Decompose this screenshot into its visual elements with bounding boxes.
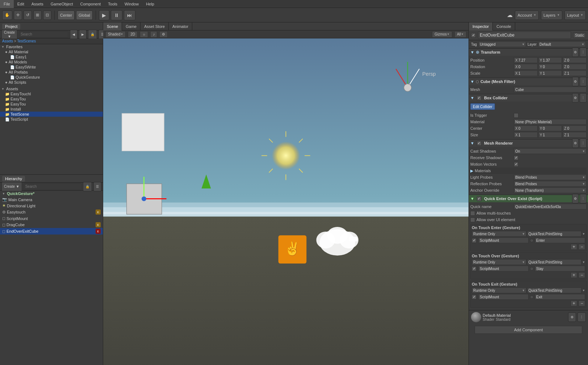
light-probes-dropdown[interactable]: Blend Probes▼: [514, 174, 587, 180]
menu-help[interactable]: Help: [142, 0, 158, 8]
create-btn[interactable]: Create ▼: [1, 30, 17, 39]
effects-toggle[interactable]: ⚙: [159, 31, 168, 38]
cast-shadows-dropdown[interactable]: On▼: [514, 148, 587, 154]
quick-name-value[interactable]: QuickEnterOverExit3c5o43a: [514, 204, 587, 210]
rotation-y-field[interactable]: Y0: [538, 64, 562, 70]
fav-easy1[interactable]: 📄Easy1: [0, 54, 103, 59]
touch-exit-function[interactable]: QuickTest.PrintString: [527, 287, 582, 293]
hier-menu[interactable]: ☰: [93, 182, 101, 191]
transform-settings[interactable]: ⚙: [572, 47, 579, 57]
center-x[interactable]: X0: [514, 125, 538, 131]
hier-create-btn[interactable]: Create ▼: [1, 182, 22, 191]
collider-settings[interactable]: ⚙: [572, 93, 579, 103]
tool-rotate[interactable]: ↺: [24, 11, 32, 20]
anchor-override-dropdown[interactable]: None (Transform)▼: [514, 187, 587, 193]
fav-easy5write[interactable]: 📄Easy5Write: [0, 65, 103, 70]
global-button[interactable]: Global: [76, 11, 93, 20]
rotation-z-field[interactable]: Z0: [563, 64, 587, 70]
menu-component[interactable]: Component: [76, 0, 104, 8]
layout-dropdown[interactable]: Layout▼: [564, 11, 586, 20]
asset-install[interactable]: 📁Install: [0, 107, 103, 112]
touch-exit-enabled[interactable]: [472, 295, 476, 299]
layers-dropdown[interactable]: Layers▼: [541, 11, 562, 20]
materials-arrow[interactable]: ▶: [470, 169, 473, 173]
collider-context[interactable]: ⋮: [580, 93, 587, 103]
touch-enter-method[interactable]: Enter: [535, 237, 585, 243]
tab-project[interactable]: Project: [2, 24, 20, 29]
center-button[interactable]: Center: [58, 11, 75, 20]
size-x[interactable]: X1: [514, 132, 538, 138]
touch-over-enabled[interactable]: [472, 266, 476, 271]
touch-over-scriptmount[interactable]: ScriptMount: [478, 266, 529, 271]
assets-root[interactable]: ▼ Assets: [0, 86, 103, 91]
proj-lock[interactable]: 🔒: [88, 30, 97, 39]
scale-x-field[interactable]: X1: [514, 70, 538, 76]
hier-dragcube[interactable]: ◻ DragCube E: [0, 221, 103, 228]
scale-y-field[interactable]: Y1: [538, 70, 562, 76]
multi-touch-checkbox[interactable]: [470, 211, 475, 216]
hier-scriptmount[interactable]: ◻ ScriptMount: [0, 215, 103, 221]
touch-enter-runtime[interactable]: Runtime Only▼: [472, 231, 526, 237]
pause-button[interactable]: ⏸: [111, 10, 122, 20]
account-dropdown[interactable]: Account▼: [515, 11, 539, 20]
hierarchy-search[interactable]: [24, 183, 81, 190]
is-trigger-checkbox[interactable]: [514, 113, 518, 118]
tab-scene[interactable]: Scene: [103, 22, 122, 30]
menu-edit[interactable]: Edit: [14, 0, 28, 8]
hier-lock[interactable]: 🔒: [83, 182, 92, 191]
tool-rect[interactable]: ⊡: [43, 11, 51, 20]
renderer-enabled-toggle[interactable]: [477, 141, 482, 146]
proj-nav-fwd[interactable]: ▶: [79, 30, 87, 39]
step-button[interactable]: ⏭: [124, 10, 135, 20]
position-z-field[interactable]: Z0: [563, 57, 587, 63]
material-settings[interactable]: ⚙: [568, 312, 576, 322]
over-ui-checkbox[interactable]: [470, 217, 475, 222]
motion-vectors-checkbox[interactable]: [514, 162, 518, 167]
lighting-toggle[interactable]: ☼: [140, 31, 148, 38]
asset-easytou3[interactable]: 📁EasyTou: [0, 101, 103, 107]
proj-nav-back[interactable]: ◀: [70, 30, 77, 39]
fav-all-scripts[interactable]: ●All Scripts: [0, 80, 103, 85]
mesh-filter-context[interactable]: ⋮: [580, 77, 587, 86]
touch-over-runtime[interactable]: Runtime Only▼: [472, 259, 526, 265]
touch-exit-method[interactable]: Exit: [535, 294, 585, 300]
breadcrumb-assets[interactable]: Assets: [2, 39, 13, 43]
tab-animator[interactable]: Animator: [169, 22, 192, 30]
position-x-field[interactable]: X7.27: [514, 57, 538, 63]
material-context[interactable]: ⋮: [578, 312, 586, 322]
asset-testscript[interactable]: 📄TestScript: [0, 117, 103, 122]
rotation-x-field[interactable]: X0: [514, 64, 538, 70]
asset-testscene[interactable]: 📁TestScene: [0, 112, 103, 117]
touch-enter-enabled[interactable]: [472, 238, 476, 243]
collider-material-value[interactable]: None (Physic Material): [514, 119, 587, 125]
mesh-renderer-header[interactable]: ▼ Mesh Renderer ⚙ ⋮: [469, 140, 588, 147]
audio-toggle[interactable]: ♪: [150, 31, 157, 38]
viewport[interactable]: ✌ Persp: [103, 38, 469, 365]
hier-main-camera[interactable]: 📷 Main Camera: [0, 196, 103, 203]
menu-assets[interactable]: Assets: [28, 0, 47, 8]
reflection-probes-dropdown[interactable]: Blend Probes▼: [514, 181, 587, 187]
size-z[interactable]: Z1: [563, 132, 587, 138]
tab-asset-store[interactable]: Asset Store: [140, 22, 169, 30]
tool-scale[interactable]: ⊞: [33, 11, 42, 20]
position-y-field[interactable]: Y1.37: [538, 57, 562, 63]
layer-dropdown[interactable]: Default▼: [538, 41, 586, 47]
renderer-context[interactable]: ⋮: [580, 138, 587, 148]
tool-hand[interactable]: ✋: [2, 11, 12, 20]
touch-over-method[interactable]: Stay: [535, 266, 585, 271]
tab-console[interactable]: Console: [493, 22, 515, 30]
touch-enter-remove[interactable]: −: [579, 244, 585, 250]
asset-easytouch1[interactable]: 📁EasyTouchl: [0, 91, 103, 96]
transform-header[interactable]: ▼ ⊕ Transform ⚙ ⋮: [469, 49, 588, 56]
scale-z-field[interactable]: Z1: [563, 70, 587, 76]
static-button[interactable]: Static: [573, 33, 586, 38]
box-collider-header[interactable]: ▼ Box Collider ⚙ ⋮: [469, 94, 588, 101]
touch-over-remove[interactable]: −: [579, 272, 585, 278]
mode-2d-btn[interactable]: 2D: [128, 31, 138, 38]
gameobj-active-toggle[interactable]: [471, 33, 476, 38]
script-settings[interactable]: ⚙: [572, 194, 579, 203]
add-component-button[interactable]: Add Component: [475, 326, 582, 334]
tool-move[interactable]: ✛: [14, 11, 22, 20]
fav-quickgesture[interactable]: 📄QuickGesture: [0, 75, 103, 80]
tab-hierarchy[interactable]: Hierarchy: [2, 176, 25, 182]
